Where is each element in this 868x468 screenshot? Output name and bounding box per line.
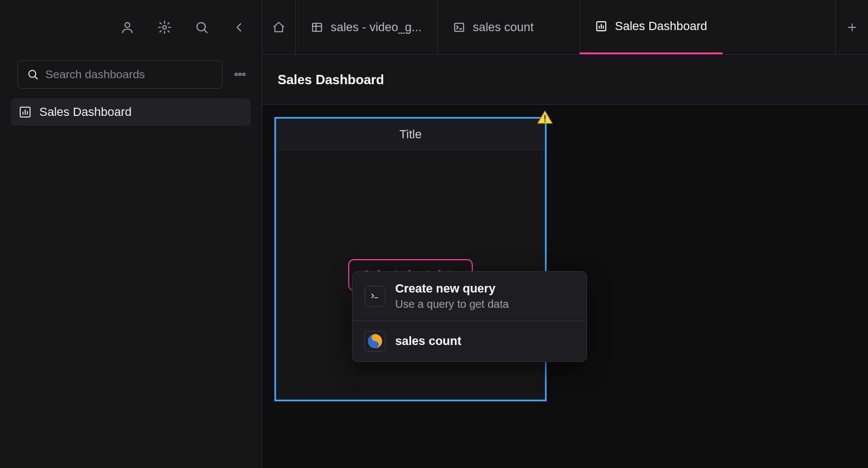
sidebar: Sales Dashboard bbox=[0, 0, 262, 468]
query-source-icon bbox=[365, 331, 385, 352]
dropdown-create-new-query[interactable]: Create new query Use a query to get data bbox=[353, 272, 587, 320]
tab-sales-video[interactable]: sales - video_g... bbox=[295, 0, 437, 54]
search-icon bbox=[27, 68, 39, 80]
search-icon[interactable] bbox=[192, 17, 212, 37]
dropdown-item-subtitle: Use a query to get data bbox=[395, 298, 509, 311]
tab-home[interactable] bbox=[262, 0, 295, 54]
sidebar-item-label: Sales Dashboard bbox=[39, 105, 132, 119]
chart-icon bbox=[19, 106, 32, 119]
svg-point-6 bbox=[243, 73, 245, 75]
main: sales - video_g... sales count Sales Das… bbox=[262, 0, 868, 468]
svg-rect-9 bbox=[455, 23, 464, 31]
tab-label: Sales Dashboard bbox=[615, 19, 707, 33]
tab-label: sales count bbox=[473, 20, 533, 34]
tab-sales-count[interactable]: sales count bbox=[437, 0, 579, 54]
tab-sales-dashboard[interactable]: Sales Dashboard bbox=[579, 0, 723, 54]
gear-icon[interactable] bbox=[155, 17, 174, 37]
sidebar-toolbar bbox=[0, 0, 262, 55]
tab-label: sales - video_g... bbox=[331, 20, 421, 34]
sidebar-item-sales-dashboard[interactable]: Sales Dashboard bbox=[11, 98, 251, 126]
more-options-icon[interactable] bbox=[229, 63, 251, 85]
tile-title-input[interactable]: Title bbox=[276, 119, 545, 150]
table-icon bbox=[311, 21, 323, 33]
svg-rect-8 bbox=[313, 23, 322, 31]
dashboard-canvas[interactable]: Title Select chart data Create new query… bbox=[262, 105, 868, 468]
tab-bar: sales - video_g... sales count Sales Das… bbox=[262, 0, 868, 55]
search-dashboards-box[interactable] bbox=[17, 60, 222, 89]
warning-icon bbox=[535, 109, 555, 126]
dropdown-text: Create new query Use a query to get data bbox=[395, 282, 509, 311]
page-header: Sales Dashboard bbox=[262, 55, 868, 105]
svg-point-1 bbox=[163, 26, 167, 30]
home-icon bbox=[272, 21, 285, 34]
plus-icon bbox=[846, 21, 858, 33]
svg-point-4 bbox=[235, 73, 237, 75]
add-tab-button[interactable] bbox=[835, 0, 868, 54]
dashboard-list: Sales Dashboard bbox=[0, 94, 262, 126]
svg-point-5 bbox=[239, 73, 241, 75]
dropdown-item-title: Create new query bbox=[395, 282, 509, 296]
sidebar-search-row bbox=[0, 55, 262, 94]
chart-icon bbox=[595, 20, 607, 32]
collapse-sidebar-icon[interactable] bbox=[229, 17, 249, 37]
terminal-icon bbox=[365, 286, 385, 307]
select-data-dropdown: Create new query Use a query to get data… bbox=[352, 271, 587, 362]
user-icon[interactable] bbox=[118, 17, 137, 37]
svg-point-12 bbox=[544, 120, 546, 122]
search-dashboards-input[interactable] bbox=[45, 68, 213, 81]
terminal-icon bbox=[453, 21, 465, 33]
dropdown-existing-sales-count[interactable]: sales count bbox=[353, 320, 587, 361]
dropdown-item-label: sales count bbox=[395, 334, 461, 348]
page-title: Sales Dashboard bbox=[278, 72, 384, 87]
svg-point-0 bbox=[125, 22, 130, 27]
